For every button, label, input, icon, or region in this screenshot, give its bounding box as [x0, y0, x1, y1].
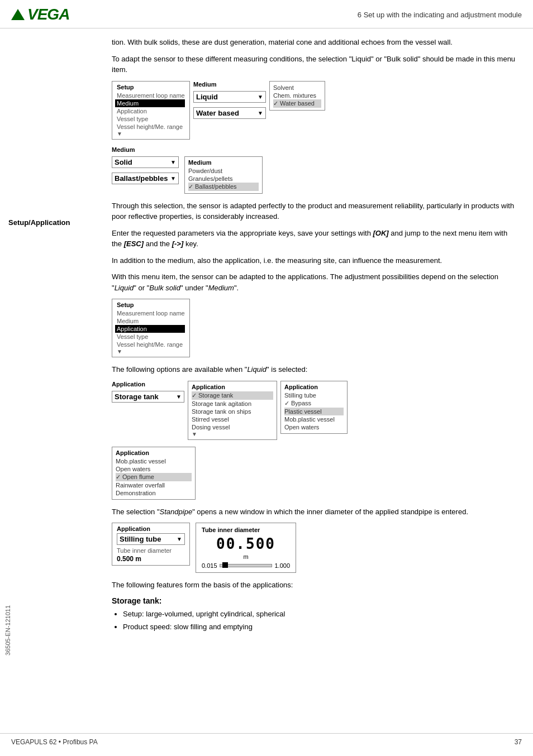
- liquid-options-intro: The following options are available when…: [112, 364, 519, 375]
- intro-para-2: To adapt the sensor to these different m…: [112, 54, 519, 75]
- footer-left: VEGAPULS 62 • Profibus PA: [11, 738, 98, 746]
- stilling-tube-section: Application Stilling tube ▼ Tube inner d…: [112, 523, 519, 573]
- page-header: VEGA 6 Set up with the indicating and ad…: [0, 0, 533, 28]
- stilling-dropdown-arrow: ▼: [177, 536, 182, 542]
- setup-item-mloop: Measurement loop name: [117, 92, 185, 99]
- storage-options-col1: Application Storage tank Storage tank ag…: [188, 381, 277, 440]
- mob-plastic-item: Mob.plastic vessel: [284, 415, 344, 423]
- open-waters-item2: Open waters: [116, 465, 192, 473]
- app-vessel: Vessel type: [117, 333, 185, 341]
- demonstration-item: Demonstration: [116, 489, 192, 497]
- granules-item: Granules/pellets: [188, 175, 259, 183]
- solid-diagram-row: Medium Solid ▼ Ballast/pebbles ▼ Medium …: [112, 146, 519, 194]
- setup-item-vessel: Vessel type: [117, 115, 185, 123]
- storage-options-col2: Application Stilling tube Bypass Plastic…: [280, 381, 348, 434]
- liquid-diagram-row: Setup Measurement loop name Medium Appli…: [112, 81, 519, 140]
- logo: VEGA: [11, 6, 69, 23]
- tube-inner-title: Tube inner diameter: [202, 527, 290, 533]
- slider-min: 0.015: [202, 562, 217, 569]
- solid-options-box: Medium Powder/dust Granules/pellets Ball…: [184, 156, 263, 194]
- stilling-left-box: Application Stilling tube ▼ Tube inner d…: [112, 523, 190, 566]
- plastic-vessel-item: Plastic vessel: [284, 408, 344, 415]
- solid-dropdown-arrow: ▼: [170, 159, 176, 165]
- storage-tank-item: Storage tank: [192, 391, 273, 400]
- storage-tank-intro: The following features form the basis of…: [112, 580, 519, 591]
- setup-app-diagram: Setup Measurement loop name Medium Appli…: [112, 299, 519, 357]
- stilling-tube-item: Stilling tube: [284, 391, 344, 399]
- solid-dropdown[interactable]: Solid ▼: [112, 156, 179, 168]
- medium-label-solid: Medium: [112, 146, 179, 153]
- bullet-1: Setup: large-volumed, upright cylindrica…: [123, 609, 519, 620]
- slider-track[interactable]: [220, 564, 273, 567]
- footer-right: 37: [515, 738, 522, 746]
- tube-slider-row: 0.015 1.000: [202, 562, 290, 569]
- open-flume-row: Application Mob.plastic vessel Open wate…: [112, 447, 519, 500]
- tube-inner-label: Tube inner diameter: [117, 547, 185, 554]
- app-height: Vessel height/Me. range: [117, 341, 185, 348]
- app-mloop: Measurement loop name: [117, 309, 185, 317]
- app-col1-label: Application: [192, 384, 273, 390]
- open-waters-item: Open waters: [284, 423, 344, 431]
- medium-label-options: Medium: [188, 159, 259, 166]
- middle-para-4: Enter the requested parameters via the a…: [112, 228, 519, 250]
- slider-thumb: [222, 562, 228, 568]
- left-margin: Setup/Application: [0, 28, 112, 645]
- medium-dropdowns: Medium Liquid ▼ Water based ▼: [193, 81, 266, 121]
- liquid-options-box: Solvent Chem. mixtures Water based: [269, 81, 325, 111]
- stilling-right-box: Tube inner diameter 00.500 m 0.015 1.000: [196, 523, 296, 573]
- header-title: 6 Set up with the indicating and adjustm…: [358, 11, 522, 19]
- standpipe-para: The selection "Standpipe" opens a new wi…: [112, 506, 519, 518]
- medium-label-top: Medium: [193, 81, 266, 88]
- dosing-vessel-item: Dosing vessel: [192, 423, 273, 431]
- storage-tank-dropdown-group: Application Storage tank ▼: [112, 381, 184, 405]
- liquid-dropdown-arrow: ▼: [258, 94, 263, 100]
- main-content: Setup/Application tion. With bulk solids…: [0, 28, 533, 645]
- ballast-item: Ballast/pebbles: [188, 183, 259, 191]
- storage-tank-dropdown[interactable]: Storage tank ▼: [112, 391, 184, 403]
- setup-box-app-title: Setup: [117, 302, 185, 308]
- mob-plastic-item2: Mob.plastic vessel: [116, 457, 192, 465]
- storage-agitation-item: Storage tank agitation: [192, 400, 273, 408]
- powder-item: Powder/dust: [188, 167, 259, 175]
- middle-para-3: Through this selection, the sensor is ad…: [112, 200, 519, 222]
- intro-para-1: tion. With bulk solids, these are dust g…: [112, 37, 519, 48]
- storage-tank-diagram-row: Application Storage tank ▼ Application S…: [112, 381, 519, 440]
- setup-item-app: Application: [117, 107, 185, 115]
- setup-box-liquid: Setup Measurement loop name Medium Appli…: [112, 81, 190, 140]
- waterbased-dropdown-arrow: ▼: [258, 110, 263, 116]
- page-footer: VEGAPULS 62 • Profibus PA 37: [0, 733, 533, 750]
- app-col2-label: Application: [284, 384, 344, 390]
- waterbased-dropdown[interactable]: Water based ▼: [193, 107, 266, 119]
- solvent-item: Solvent: [273, 84, 321, 92]
- stilling-app-label: Application: [117, 525, 185, 532]
- content-area: tion. With bulk solids, these are dust g…: [112, 28, 533, 645]
- stilling-dropdown[interactable]: Stilling tube ▼: [117, 533, 185, 545]
- app-label-storage: Application: [112, 381, 184, 387]
- storage-tank-bullets: Setup: large-volumed, upright cylindrica…: [123, 609, 519, 633]
- storage-tank-heading: Storage tank:: [112, 596, 519, 605]
- open-flume-label: Application: [116, 449, 192, 456]
- stirred-vessel-item: Stirred vessel: [192, 415, 273, 423]
- setup-application-label: Setup/Application: [8, 218, 103, 227]
- setup-item-medium: Medium: [115, 99, 185, 107]
- bypass-item: Bypass: [284, 399, 344, 408]
- side-label: 36505-EN-121011: [4, 605, 11, 655]
- solid-dropdown-group: Medium Solid ▼ Ballast/pebbles ▼: [112, 146, 179, 186]
- ballast-dropdown[interactable]: Ballast/pebbles ▼: [112, 173, 179, 184]
- setup-box-title: Setup: [117, 84, 185, 90]
- liquid-dropdown[interactable]: Liquid ▼: [193, 91, 266, 103]
- open-flume-item: Open flume: [116, 473, 192, 481]
- app-application: Application: [115, 325, 185, 333]
- waterbased-item: Water based: [273, 99, 321, 108]
- ballast-dropdown-arrow: ▼: [170, 175, 176, 181]
- tube-unit: m: [202, 553, 290, 560]
- tube-big-number: 00.500: [202, 535, 290, 552]
- app-medium: Medium: [117, 317, 185, 325]
- setup-app-para-1: In addition to the medium, also the appl…: [112, 255, 519, 266]
- storage-dropdown-arrow: ▼: [176, 394, 182, 400]
- rainwater-item: Rainwater overfall: [116, 481, 192, 489]
- chem-item: Chem. mixtures: [273, 92, 321, 99]
- bullet-2: Product speed: slow filling and emptying: [123, 621, 519, 633]
- setup-item-height: Vessel height/Me. range: [117, 123, 185, 131]
- tube-inner-value: 0.500 m: [117, 555, 185, 563]
